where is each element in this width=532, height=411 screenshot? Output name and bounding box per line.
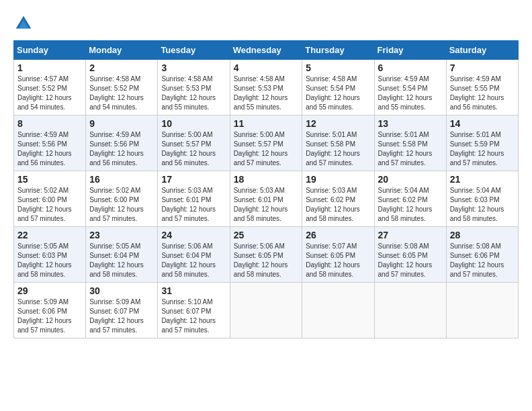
calendar-cell: [302, 283, 374, 338]
calendar-cell: 25Sunrise: 5:06 AM Sunset: 6:05 PM Dayli…: [230, 227, 302, 283]
calendar-cell: 19Sunrise: 5:03 AM Sunset: 6:02 PM Dayli…: [302, 171, 374, 227]
day-number: 19: [306, 174, 370, 185]
calendar-cell: [230, 283, 302, 338]
calendar-cell: 2Sunrise: 4:58 AM Sunset: 5:52 PM Daylig…: [86, 60, 158, 116]
day-info: Sunrise: 5:03 AM Sunset: 6:01 PM Dayligh…: [234, 186, 299, 224]
day-info: Sunrise: 5:04 AM Sunset: 6:02 PM Dayligh…: [378, 186, 443, 224]
calendar-header-saturday: Saturday: [446, 41, 518, 60]
day-number: 10: [161, 118, 226, 129]
day-number: 1: [17, 62, 82, 73]
day-number: 14: [450, 118, 515, 129]
day-number: 8: [17, 118, 82, 129]
day-info: Sunrise: 5:01 AM Sunset: 5:58 PM Dayligh…: [306, 130, 370, 168]
calendar-cell: [374, 283, 446, 338]
calendar-week-2: 8Sunrise: 4:59 AM Sunset: 5:56 PM Daylig…: [14, 116, 519, 171]
day-number: 29: [17, 285, 82, 296]
page-header: [13, 13, 519, 34]
day-info: Sunrise: 5:05 AM Sunset: 6:04 PM Dayligh…: [89, 242, 154, 279]
calendar-cell: 1Sunrise: 4:57 AM Sunset: 5:52 PM Daylig…: [14, 60, 86, 116]
calendar-cell: 15Sunrise: 5:02 AM Sunset: 6:00 PM Dayli…: [14, 171, 86, 227]
day-number: 21: [450, 174, 515, 185]
day-number: 20: [378, 174, 443, 185]
day-info: Sunrise: 5:10 AM Sunset: 6:07 PM Dayligh…: [161, 298, 226, 335]
calendar-cell: 9Sunrise: 4:59 AM Sunset: 5:56 PM Daylig…: [86, 116, 158, 171]
calendar-week-5: 29Sunrise: 5:09 AM Sunset: 6:06 PM Dayli…: [14, 283, 519, 338]
day-info: Sunrise: 5:03 AM Sunset: 6:01 PM Dayligh…: [161, 186, 226, 224]
calendar-cell: 5Sunrise: 4:58 AM Sunset: 5:54 PM Daylig…: [302, 60, 374, 116]
day-info: Sunrise: 4:57 AM Sunset: 5:52 PM Dayligh…: [17, 75, 82, 112]
day-info: Sunrise: 5:01 AM Sunset: 5:58 PM Dayligh…: [378, 130, 443, 168]
day-info: Sunrise: 4:59 AM Sunset: 5:55 PM Dayligh…: [450, 75, 515, 112]
calendar-cell: 12Sunrise: 5:01 AM Sunset: 5:58 PM Dayli…: [302, 116, 374, 171]
day-number: 5: [306, 62, 370, 73]
day-info: Sunrise: 4:59 AM Sunset: 5:56 PM Dayligh…: [89, 130, 154, 168]
calendar-header-tuesday: Tuesday: [158, 41, 230, 60]
day-info: Sunrise: 5:09 AM Sunset: 6:06 PM Dayligh…: [17, 298, 82, 335]
calendar-header-row: SundayMondayTuesdayWednesdayThursdayFrid…: [14, 41, 519, 60]
calendar-cell: 29Sunrise: 5:09 AM Sunset: 6:06 PM Dayli…: [14, 283, 86, 338]
day-number: 4: [234, 62, 299, 73]
day-number: 15: [17, 174, 82, 185]
day-number: 9: [89, 118, 154, 129]
logo: [13, 13, 36, 34]
calendar-cell: 11Sunrise: 5:00 AM Sunset: 5:57 PM Dayli…: [230, 116, 302, 171]
day-number: 6: [378, 62, 443, 73]
calendar-week-4: 22Sunrise: 5:05 AM Sunset: 6:03 PM Dayli…: [14, 227, 519, 283]
day-number: 31: [161, 285, 226, 296]
calendar-cell: 13Sunrise: 5:01 AM Sunset: 5:58 PM Dayli…: [374, 116, 446, 171]
calendar-cell: 30Sunrise: 5:09 AM Sunset: 6:07 PM Dayli…: [86, 283, 158, 338]
day-info: Sunrise: 5:08 AM Sunset: 6:06 PM Dayligh…: [450, 242, 515, 279]
day-number: 17: [161, 174, 226, 185]
day-info: Sunrise: 5:09 AM Sunset: 6:07 PM Dayligh…: [89, 298, 154, 335]
calendar-cell: 14Sunrise: 5:01 AM Sunset: 5:59 PM Dayli…: [446, 116, 518, 171]
day-info: Sunrise: 4:58 AM Sunset: 5:54 PM Dayligh…: [306, 75, 370, 112]
day-info: Sunrise: 5:08 AM Sunset: 6:05 PM Dayligh…: [378, 242, 443, 279]
day-info: Sunrise: 5:04 AM Sunset: 6:03 PM Dayligh…: [450, 186, 515, 224]
day-info: Sunrise: 5:01 AM Sunset: 5:59 PM Dayligh…: [450, 130, 515, 168]
calendar-cell: 26Sunrise: 5:07 AM Sunset: 6:05 PM Dayli…: [302, 227, 374, 283]
calendar-cell: 8Sunrise: 4:59 AM Sunset: 5:56 PM Daylig…: [14, 116, 86, 171]
day-number: 24: [161, 230, 226, 240]
calendar-week-1: 1Sunrise: 4:57 AM Sunset: 5:52 PM Daylig…: [14, 60, 519, 116]
calendar-cell: 10Sunrise: 5:00 AM Sunset: 5:57 PM Dayli…: [158, 116, 230, 171]
day-number: 23: [89, 230, 154, 240]
day-number: 7: [450, 62, 515, 73]
calendar-header-sunday: Sunday: [14, 41, 86, 60]
day-number: 22: [17, 230, 82, 240]
day-info: Sunrise: 5:02 AM Sunset: 6:00 PM Dayligh…: [89, 186, 154, 224]
day-info: Sunrise: 5:06 AM Sunset: 6:05 PM Dayligh…: [234, 242, 299, 279]
day-number: 18: [234, 174, 299, 185]
day-info: Sunrise: 4:59 AM Sunset: 5:54 PM Dayligh…: [378, 75, 443, 112]
day-info: Sunrise: 5:06 AM Sunset: 6:04 PM Dayligh…: [161, 242, 226, 279]
calendar-cell: 27Sunrise: 5:08 AM Sunset: 6:05 PM Dayli…: [374, 227, 446, 283]
calendar-cell: 23Sunrise: 5:05 AM Sunset: 6:04 PM Dayli…: [86, 227, 158, 283]
calendar-cell: 17Sunrise: 5:03 AM Sunset: 6:01 PM Dayli…: [158, 171, 230, 227]
calendar-cell: 16Sunrise: 5:02 AM Sunset: 6:00 PM Dayli…: [86, 171, 158, 227]
day-number: 12: [306, 118, 370, 129]
day-number: 11: [234, 118, 299, 129]
calendar-header-wednesday: Wednesday: [230, 41, 302, 60]
calendar-cell: 4Sunrise: 4:58 AM Sunset: 5:53 PM Daylig…: [230, 60, 302, 116]
calendar-header-monday: Monday: [86, 41, 158, 60]
calendar-cell: 22Sunrise: 5:05 AM Sunset: 6:03 PM Dayli…: [14, 227, 86, 283]
day-number: 27: [378, 230, 443, 240]
day-info: Sunrise: 4:59 AM Sunset: 5:56 PM Dayligh…: [17, 130, 82, 168]
day-number: 25: [234, 230, 299, 240]
calendar-cell: 20Sunrise: 5:04 AM Sunset: 6:02 PM Dayli…: [374, 171, 446, 227]
day-number: 26: [306, 230, 370, 240]
calendar-cell: 21Sunrise: 5:04 AM Sunset: 6:03 PM Dayli…: [446, 171, 518, 227]
calendar-body: 1Sunrise: 4:57 AM Sunset: 5:52 PM Daylig…: [14, 60, 519, 338]
day-info: Sunrise: 5:02 AM Sunset: 6:00 PM Dayligh…: [17, 186, 82, 224]
logo-icon: [13, 13, 34, 34]
calendar-header-friday: Friday: [374, 41, 446, 60]
day-info: Sunrise: 5:07 AM Sunset: 6:05 PM Dayligh…: [306, 242, 370, 279]
calendar-cell: 3Sunrise: 4:58 AM Sunset: 5:53 PM Daylig…: [158, 60, 230, 116]
day-info: Sunrise: 5:05 AM Sunset: 6:03 PM Dayligh…: [17, 242, 82, 279]
calendar-table: SundayMondayTuesdayWednesdayThursdayFrid…: [13, 40, 519, 338]
day-info: Sunrise: 4:58 AM Sunset: 5:52 PM Dayligh…: [89, 75, 154, 112]
day-info: Sunrise: 4:58 AM Sunset: 5:53 PM Dayligh…: [161, 75, 226, 112]
day-info: Sunrise: 4:58 AM Sunset: 5:53 PM Dayligh…: [234, 75, 299, 112]
calendar-header-thursday: Thursday: [302, 41, 374, 60]
day-number: 30: [89, 285, 154, 296]
calendar-cell: [446, 283, 518, 338]
